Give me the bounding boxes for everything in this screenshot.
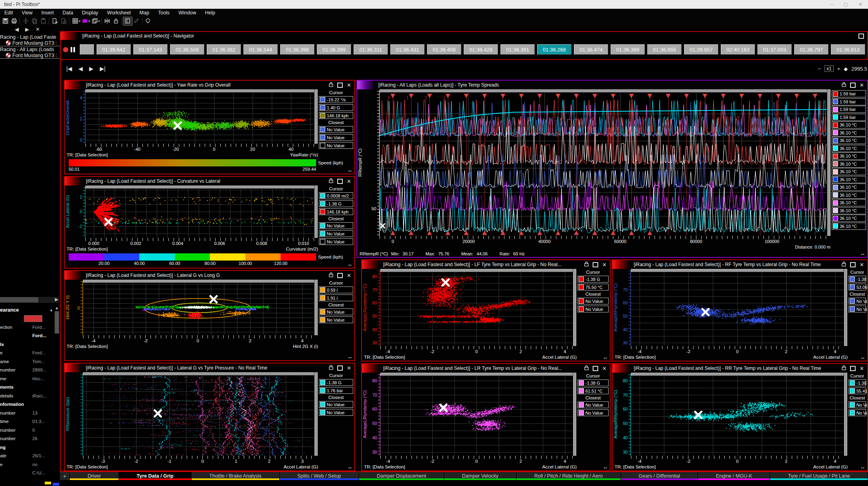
tab-roll-pitch-ride-height-aero[interactable]: Roll / Pitch / Ride Height / Aero xyxy=(516,472,621,480)
lap-chip[interactable]: 01:36.389 xyxy=(611,44,645,55)
chart-canvas-rr-temp[interactable] xyxy=(631,376,844,456)
fill-color-icon[interactable] xyxy=(81,17,89,25)
vertical-scrollbar[interactable] xyxy=(827,89,830,236)
property-grid-scrollbar[interactable]: ▲ xyxy=(54,306,60,475)
lap-chip[interactable]: 01:36.508 xyxy=(170,44,204,55)
lap-chip[interactable]: 01:36.399 xyxy=(317,44,351,55)
record-button[interactable] xyxy=(63,47,68,52)
copy-icon[interactable] xyxy=(30,17,39,25)
menu-item-edit[interactable]: Edit xyxy=(0,9,18,16)
resize-handle[interactable]: ↔ xyxy=(603,354,608,360)
chart-canvas-curvature-lateral[interactable] xyxy=(85,189,314,238)
lap-chip-blank[interactable] xyxy=(80,44,94,55)
menu-item-data[interactable]: Data xyxy=(58,9,77,16)
horizontal-scrollbar[interactable] xyxy=(83,372,314,375)
resize-handle[interactable]: ↔ xyxy=(860,354,865,360)
tab-thottle-brake-analysis[interactable]: Thottle / Brake Analysis xyxy=(192,472,279,480)
property-row[interactable]: eFord... xyxy=(0,349,53,358)
nav-back-button[interactable]: ◀ xyxy=(15,26,19,32)
vertical-scrollbar[interactable] xyxy=(573,373,576,456)
tree-item-0[interactable]: Racing - Lap (Load Faste xyxy=(0,34,60,40)
chart-canvas-rf-temp[interactable] xyxy=(631,273,844,346)
scroll-up-arrow[interactable]: ▲ xyxy=(49,308,53,312)
panel-header[interactable]: [iRacing - Lap (Load Fastest and Select)… xyxy=(362,260,610,269)
horizontal-scrollbar[interactable] xyxy=(631,269,844,272)
property-row[interactable]: ate26/1... xyxy=(0,452,53,460)
resize-handle[interactable]: ↔ xyxy=(860,464,865,470)
cascade-dropdown-icon[interactable]: ▾ xyxy=(98,19,100,23)
lap-chip[interactable]: 01:39.657 xyxy=(684,44,718,55)
horizontal-scrollbar[interactable] xyxy=(380,89,827,93)
lock-icon[interactable] xyxy=(329,272,333,279)
menu-item-map[interactable]: Map xyxy=(135,9,154,16)
tree-item-1[interactable]: Ford Mustang GT3 : xyxy=(0,40,60,46)
close-icon[interactable]: ✕ xyxy=(347,365,351,371)
chart-canvas-latg-pressure[interactable] xyxy=(83,376,314,456)
horizontal-scrollbar[interactable] xyxy=(83,280,314,283)
resize-handle[interactable]: ↔ xyxy=(347,464,352,470)
lock-icon[interactable] xyxy=(842,365,846,372)
scrollbar-thumb[interactable] xyxy=(55,311,59,334)
close-icon[interactable]: ✕ xyxy=(860,366,864,371)
maximize-icon[interactable] xyxy=(593,262,598,267)
menu-item-view[interactable]: View xyxy=(18,9,37,16)
panel-header[interactable]: [iRacing - Lap (Load Fastest and Select)… xyxy=(65,271,354,280)
lap-chip[interactable]: 01:36.391 xyxy=(500,44,535,55)
navigator-header[interactable]: [iRacing - Lap (Load Fastest and Select)… xyxy=(61,32,867,40)
chart-canvas-yaw-grip[interactable] xyxy=(85,93,314,144)
property-row[interactable]: ng xyxy=(0,443,53,452)
horizontal-scrollbar[interactable] xyxy=(380,269,573,272)
resize-handle[interactable]: ↔ xyxy=(347,167,352,173)
lap-chip[interactable]: 01:37.143 xyxy=(133,44,168,55)
color-swatch[interactable] xyxy=(24,315,42,322)
vertical-scrollbar[interactable] xyxy=(573,269,576,346)
property-row[interactable]: ameTom... xyxy=(0,357,53,366)
maximize-icon[interactable] xyxy=(337,365,343,371)
maximize-icon[interactable] xyxy=(850,366,856,371)
property-row[interactable]: C:\U... xyxy=(0,469,53,475)
lap-chip[interactable]: 01:39.642 xyxy=(97,44,131,55)
panel-header[interactable]: [iRacing - Lap (Load Fastest and Select)… xyxy=(65,81,354,89)
panel-header[interactable]: [iRacing - Lap (Load Fastest and Select)… xyxy=(613,260,867,269)
vertical-scrollbar[interactable] xyxy=(844,269,847,346)
property-row[interactable]: ectionFord... xyxy=(0,323,53,332)
chart-canvas-tyre-temp-spreads[interactable] xyxy=(380,93,827,236)
move-icon[interactable] xyxy=(21,17,30,25)
tab-splits-web-setup[interactable]: Splits / Web / Setup xyxy=(280,472,359,480)
goto-start-button[interactable]: |◀ xyxy=(66,65,72,72)
close-icon[interactable]: ✕ xyxy=(347,273,351,278)
lap-chip[interactable]: 01:36.408 xyxy=(427,44,461,55)
lock-icon[interactable] xyxy=(329,178,333,185)
send-doc-icon[interactable] xyxy=(59,17,68,25)
tree-item-3[interactable]: Ford Mustang GT3 : xyxy=(0,52,60,59)
maximize-icon[interactable] xyxy=(858,34,864,39)
lock-icon[interactable] xyxy=(112,17,121,25)
maximize-icon[interactable] xyxy=(850,83,856,88)
maximize-icon[interactable] xyxy=(337,273,343,278)
grid-icon[interactable] xyxy=(71,17,79,25)
goto-end-button[interactable]: ▶| xyxy=(100,65,105,72)
property-row[interactable]: time01:3... xyxy=(0,417,53,426)
lock-icon[interactable] xyxy=(584,365,589,372)
tab-engine-mgu-k[interactable]: Engine / MGU-K xyxy=(698,472,770,480)
tree-item-2[interactable]: Racing - All Laps (Loads xyxy=(0,46,60,52)
close-icon[interactable]: ✕ xyxy=(860,83,864,88)
property-row[interactable]: number13 xyxy=(0,409,53,417)
close-icon[interactable]: ✕ xyxy=(347,179,351,184)
close-icon[interactable]: ✕ xyxy=(602,366,607,371)
help-icon[interactable] xyxy=(144,17,152,25)
maximize-icon[interactable] xyxy=(593,366,598,371)
flip-icon[interactable] xyxy=(103,17,112,25)
save-icon[interactable] xyxy=(1,17,10,25)
property-row[interactable]: detailsiRaci... xyxy=(0,391,53,400)
lap-chip[interactable]: 01:36.797 xyxy=(794,44,828,55)
property-row[interactable]: number2899... xyxy=(0,366,53,375)
lap-chip[interactable]: 01:36.311 xyxy=(354,44,388,55)
vertical-scrollbar[interactable] xyxy=(314,280,318,335)
menu-item-tools[interactable]: Tools xyxy=(154,9,174,16)
scroll-up-arrow[interactable]: ▲ xyxy=(54,306,60,310)
lap-chip[interactable]: 02:40.163 xyxy=(721,44,755,55)
minimize-icon[interactable]: – xyxy=(830,2,833,7)
vertical-scrollbar[interactable] xyxy=(314,372,318,456)
close-icon[interactable]: ✕ xyxy=(858,2,862,7)
